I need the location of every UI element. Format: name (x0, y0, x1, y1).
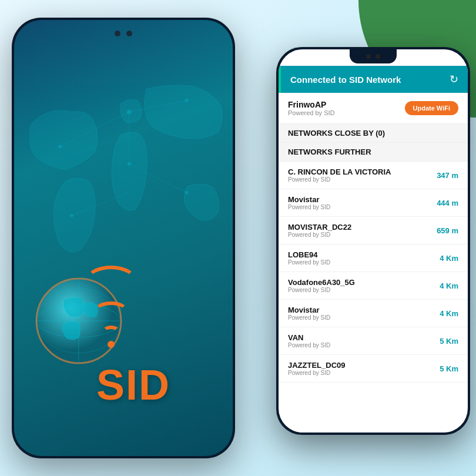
network-item-info: Movistar Powered by SID (288, 195, 330, 210)
svg-point-8 (128, 162, 131, 166)
phone-back-screen: SID (14, 20, 233, 456)
phone-front-screen: Connected to SID Network ↻ FrinwoAP Powe… (279, 49, 468, 433)
network-item-name: VAN (288, 333, 330, 342)
scene: SID Connected to SID Network ↻ (0, 0, 476, 476)
network-item-sub: Powered by SID (288, 259, 330, 266)
connected-network-info: FrinwoAP Powered by SID (288, 100, 334, 116)
network-item-sub: Powered by SID (288, 176, 391, 183)
network-item-info: C. RINCON DE LA VICTORIA Powered by SID (288, 167, 391, 183)
network-item-info: JAZZTEL_DC09 Powered by SID (288, 361, 346, 376)
network-item-distance: 5 Km (429, 364, 458, 373)
camera-dot-1 (115, 31, 120, 36)
network-list-item[interactable]: Movistar Powered by SID 4 Km (279, 300, 468, 327)
network-item-distance: 4 Km (429, 254, 458, 263)
network-item-sub: Powered by SID (288, 232, 351, 238)
network-list-item[interactable]: LOBE94 Powered by SID 4 Km (279, 244, 468, 272)
app-header: Connected to SID Network ↻ (279, 66, 468, 93)
section-close-by-label: NETWORKS CLOSE BY (0) (288, 129, 385, 138)
network-list-item[interactable]: VAN Powered by SID 5 Km (279, 327, 468, 355)
network-item-distance: 5 Km (429, 337, 458, 346)
connected-network-row: FrinwoAP Powered by SID Update WiFi (279, 93, 468, 124)
svg-point-10 (185, 191, 189, 195)
network-list: C. RINCON DE LA VICTORIA Powered by SID … (279, 162, 468, 383)
network-item-info: MOVISTAR_DC22 Powered by SID (288, 223, 351, 238)
wifi-arc-medium (93, 301, 129, 322)
connected-network-sub: Powered by SID (288, 109, 334, 116)
wifi-arcs (85, 266, 138, 348)
camera-dot-2 (126, 31, 132, 36)
network-item-distance: 659 m (429, 226, 458, 235)
network-item-distance: 444 m (429, 199, 458, 207)
network-item-sub: Powered by SID (288, 287, 355, 293)
connected-network-name: FrinwoAP (288, 100, 334, 109)
network-item-name: Vodafone6A30_5G (288, 278, 355, 287)
sid-wifi-signal (85, 266, 138, 350)
network-item-name: Movistar (288, 195, 330, 204)
network-item-sub: Powered by SID (288, 204, 330, 210)
network-item-distance: 4 Km (429, 281, 458, 290)
svg-point-7 (185, 99, 189, 102)
network-list-item[interactable]: Movistar Powered by SID 444 m (279, 189, 468, 217)
network-item-distance: 347 m (429, 171, 458, 180)
network-item-info: Vodafone6A30_5G Powered by SID (288, 278, 355, 293)
section-further-label: NETWORKS FURTHER (288, 148, 371, 156)
wifi-arc-large (85, 266, 138, 298)
section-close-by: NETWORKS CLOSE BY (0) (279, 124, 468, 143)
network-item-name: LOBE94 (288, 250, 330, 259)
update-wifi-button[interactable]: Update WiFi (405, 101, 458, 115)
section-further: NETWORKS FURTHER (279, 143, 468, 162)
network-item-distance: 4 Km (429, 309, 458, 318)
network-item-info: LOBE94 Powered by SID (288, 250, 330, 266)
wifi-dot (108, 341, 115, 348)
refresh-icon[interactable]: ↻ (450, 73, 458, 86)
network-list-item[interactable]: MOVISTAR_DC22 Powered by SID 659 m (279, 217, 468, 244)
svg-point-5 (58, 145, 62, 148)
phone-front: Connected to SID Network ↻ FrinwoAP Powe… (276, 47, 470, 435)
network-list-item[interactable]: C. RINCON DE LA VICTORIA Powered by SID … (279, 162, 468, 189)
network-item-name: C. RINCON DE LA VICTORIA (288, 167, 391, 176)
network-list-item[interactable]: Vodafone6A30_5G Powered by SID 4 Km (279, 272, 468, 300)
sid-brand-text: SID (96, 361, 170, 409)
network-item-sub: Powered by SID (288, 370, 346, 376)
svg-point-9 (70, 214, 73, 217)
network-item-name: JAZZTEL_DC09 (288, 361, 346, 370)
network-item-sub: Powered by SID (288, 314, 330, 321)
notch-sensor (376, 54, 380, 59)
network-item-name: Movistar (288, 306, 330, 314)
network-item-info: Movistar Powered by SID (288, 306, 330, 321)
network-item-info: VAN Powered by SID (288, 333, 330, 348)
app-content: Connected to SID Network ↻ FrinwoAP Powe… (279, 49, 468, 433)
app-header-title: Connected to SID Network (290, 75, 450, 85)
phone-front-notch (350, 49, 397, 63)
phone-back-camera-area (115, 31, 132, 36)
notch-camera (366, 54, 371, 59)
svg-point-6 (127, 110, 132, 115)
phone-back: SID (12, 18, 235, 458)
wifi-arc-small (102, 326, 120, 337)
network-list-item[interactable]: JAZZTEL_DC09 Powered by SID 5 Km (279, 355, 468, 383)
network-item-name: MOVISTAR_DC22 (288, 223, 351, 232)
network-item-sub: Powered by SID (288, 342, 330, 348)
